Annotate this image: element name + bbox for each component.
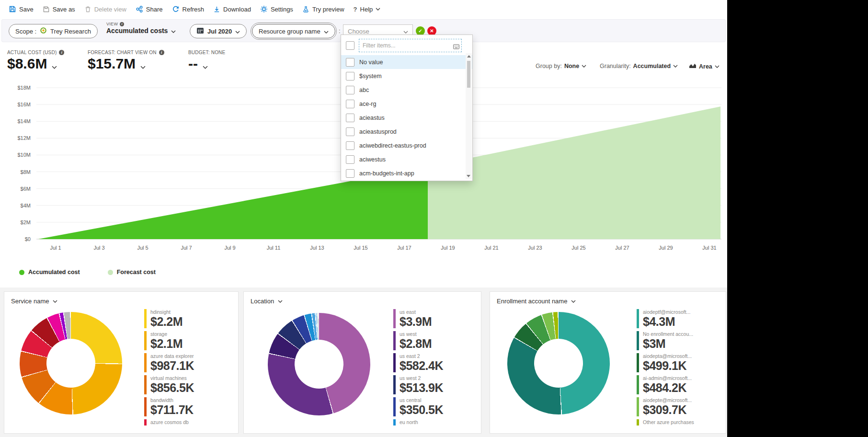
dropdown-option[interactable]: $system — [341, 69, 472, 83]
group-by-selector[interactable]: Group by: None — [536, 63, 586, 69]
view-selector[interactable]: VIEW i Accumulated costs — [106, 22, 176, 34]
option-checkbox[interactable] — [346, 114, 354, 122]
option-label: No value — [359, 59, 383, 66]
scroll-down-arrow-icon[interactable] — [467, 175, 470, 177]
option-checkbox[interactable] — [346, 155, 354, 164]
check-icon: ✓ — [418, 28, 422, 34]
help-menu[interactable]: ? Help — [354, 6, 381, 13]
chevron-down-icon — [571, 300, 576, 303]
granularity-selector[interactable]: Granularity: Accumulated — [600, 63, 678, 69]
filter-items-input[interactable] — [359, 39, 462, 52]
granularity-value: Accumulated — [633, 63, 671, 69]
select-all-checkbox[interactable] — [346, 41, 354, 50]
budget-value: -- — [188, 57, 198, 71]
svg-text:Jul 27: Jul 27 — [615, 245, 629, 251]
svg-text:$12M: $12M — [17, 135, 31, 141]
legend-item[interactable]: us west $2.8M — [393, 331, 488, 350]
service-name-pivot[interactable]: Service name — [11, 298, 57, 305]
location-pivot[interactable]: Location — [251, 298, 283, 305]
legend-item[interactable]: ai-admin@microsoft... $484.2K — [637, 375, 727, 394]
date-range-pill[interactable]: Jul 2020 — [190, 24, 247, 38]
svg-text:$6M: $6M — [21, 186, 31, 192]
legend-item[interactable]: eu north — [393, 419, 488, 426]
legend-item[interactable]: aiodepte@microsoft... $309.7K — [637, 397, 727, 416]
chart-type-value: Area — [699, 63, 712, 70]
filter-type-pill[interactable]: Resource group name — [252, 24, 335, 38]
enrollment-account-pivot[interactable]: Enrollment account name — [497, 298, 576, 305]
donut-hole — [534, 339, 583, 388]
share-button[interactable]: Share — [136, 5, 163, 13]
legend-item[interactable]: us central $350.5K — [393, 397, 488, 416]
option-checkbox[interactable] — [346, 127, 354, 136]
scope-label: Scope : — [15, 28, 36, 35]
option-checkbox[interactable] — [346, 58, 354, 67]
forecast-cost-value: $15.7M — [88, 57, 136, 71]
refresh-button[interactable]: Refresh — [172, 5, 205, 13]
chevron-down-icon — [324, 28, 329, 35]
actual-cost-value-dropdown[interactable]: $8.6M — [7, 57, 64, 71]
forecast-cost-kpi: FORECAST: CHART VIEW ONi $15.7M — [88, 50, 164, 71]
option-checkbox[interactable] — [346, 72, 354, 80]
legend-item[interactable]: azure data explorer $987.1K — [144, 353, 239, 372]
try-preview-button[interactable]: Try preview — [302, 6, 344, 13]
dropdown-option[interactable]: ace-rg — [341, 97, 472, 111]
svg-text:$0: $0 — [25, 236, 31, 242]
help-label: Help — [360, 6, 373, 13]
dropdown-scrollbar[interactable] — [466, 53, 472, 179]
forecast-cost-value-dropdown[interactable]: $15.7M — [88, 57, 164, 71]
enrollment-account-card: Enrollment account name aiodeptf@microso… — [490, 291, 726, 434]
legend-item[interactable]: us east $3.9M — [393, 309, 488, 328]
legend-item[interactable]: Other azure purchases — [637, 419, 727, 426]
legend-item[interactable]: bandwidth $711.7K — [144, 397, 239, 416]
settings-button[interactable]: Settings — [260, 5, 293, 13]
chevron-down-icon — [140, 66, 146, 69]
dropdown-option[interactable]: acm-budgets-int-app — [341, 166, 472, 180]
keyboard-icon — [453, 43, 459, 51]
svg-text:Jul 19: Jul 19 — [441, 245, 455, 251]
save-label: Save — [19, 6, 34, 13]
legend-accumulated-cost[interactable]: Accumulated cost — [19, 269, 80, 276]
location-donut-chart[interactable] — [268, 313, 370, 415]
option-checkbox[interactable] — [346, 100, 354, 108]
dropdown-option[interactable]: No value — [341, 55, 472, 69]
option-label: acieastusprod — [359, 128, 397, 135]
legend-item[interactable]: azure cosmos db — [144, 419, 239, 426]
legend-item[interactable]: No enrollment accou... $3M — [637, 331, 727, 350]
info-icon: i — [159, 50, 164, 55]
refresh-icon — [172, 5, 180, 13]
dropdown-option[interactable]: aciwestus — [341, 152, 472, 166]
dropdown-option[interactable]: acieastusprod — [341, 125, 472, 138]
scrollbar-thumb[interactable] — [467, 61, 470, 88]
option-checkbox[interactable] — [346, 169, 354, 178]
legend-item[interactable]: aiodepta@microsoft... $499.1K — [637, 353, 727, 372]
enrollment-account-donut-chart[interactable] — [507, 312, 610, 414]
choose-placeholder: Choose — [348, 28, 369, 35]
filter-separator: : — [339, 27, 341, 34]
legend-item[interactable]: aiodeptf@microsoft... $4.3M — [637, 309, 727, 328]
chart-type-selector[interactable]: Area — [689, 63, 720, 70]
legend-item[interactable]: us east 2 $582.4K — [393, 353, 488, 372]
dropdown-option[interactable]: aciwebdirect-eastus-prod — [341, 138, 472, 152]
budget-value-dropdown[interactable]: -- — [188, 57, 225, 71]
legend-item[interactable]: us west 2 $513.9K — [393, 375, 488, 394]
legend-item[interactable]: virtual machines $856.5K — [144, 375, 239, 394]
legend-item[interactable]: hdinsight $2.2M — [144, 309, 239, 328]
option-checkbox[interactable] — [346, 86, 354, 94]
help-icon: ? — [354, 6, 357, 13]
svg-text:Jul 31: Jul 31 — [702, 245, 716, 251]
legend-forecast-cost[interactable]: Forecast cost — [108, 269, 156, 276]
scroll-up-arrow-icon[interactable] — [467, 55, 471, 58]
legend-item[interactable]: storage $2.1M — [144, 331, 239, 350]
scope-pill[interactable]: Scope : Trey Research — [9, 24, 98, 38]
svg-text:Jul 5: Jul 5 — [137, 245, 148, 251]
save-as-button[interactable]: Save as — [43, 6, 75, 13]
dropdown-option[interactable]: acieastus — [341, 111, 472, 125]
save-button[interactable]: Save — [9, 5, 34, 13]
download-button[interactable]: Download — [213, 6, 251, 13]
filter-value-dropdown: No value $system abc ace-rg — [341, 34, 473, 181]
option-checkbox[interactable] — [346, 141, 354, 150]
service-name-donut-chart[interactable] — [20, 312, 122, 414]
close-icon: ✕ — [430, 28, 434, 34]
dropdown-option[interactable]: abc — [341, 83, 472, 97]
option-label: abc — [359, 87, 369, 93]
